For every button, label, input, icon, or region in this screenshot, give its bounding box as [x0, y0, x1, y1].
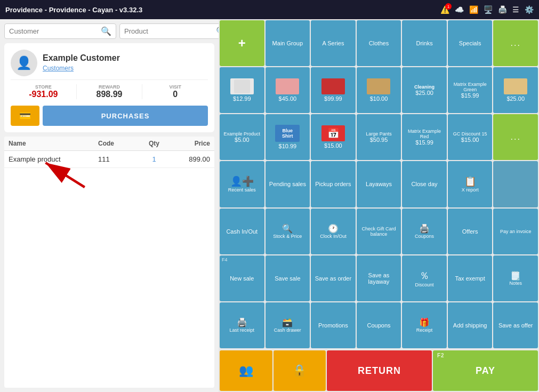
pending-sales-button[interactable]: Pending sales: [266, 161, 310, 207]
customer-search-icon[interactable]: 🔍: [101, 26, 111, 36]
pending-sales-label: Pending sales: [269, 181, 306, 187]
check-gift-card-button[interactable]: Check Gift Card balance: [357, 209, 401, 254]
customers-button[interactable]: 👥: [220, 350, 272, 391]
coupons-button-row5[interactable]: 🖨️ Coupons: [402, 209, 447, 254]
cash-inout-button[interactable]: Cash In/Out: [220, 209, 264, 254]
alert-icon[interactable]: ⚠️ 1: [440, 5, 449, 14]
signal-icon: 📶: [469, 5, 478, 14]
product-7-button[interactable]: $25.00: [493, 67, 538, 113]
product-red-button[interactable]: 📅 $15.00: [311, 114, 356, 160]
matrix-red-price: $15.99: [415, 139, 433, 146]
add-button[interactable]: +: [220, 20, 264, 66]
more-button-1[interactable]: ...: [493, 20, 538, 66]
coupons-button-row7[interactable]: Coupons: [357, 302, 401, 348]
layaways-button[interactable]: Layaways: [357, 161, 401, 207]
search-row: 🔍 🔍: [4, 23, 214, 39]
save-sale-button[interactable]: Save sale: [266, 255, 310, 301]
printer2-icon: 🖨️: [237, 317, 247, 327]
cleaning-button[interactable]: Cleaning $25.00: [402, 67, 447, 113]
product-1-img: [230, 78, 254, 94]
return-button[interactable]: RETURN: [327, 350, 432, 391]
return-label: RETURN: [358, 365, 401, 377]
f4-label: F4: [222, 257, 228, 262]
pickup-orders-button[interactable]: Pickup orders: [311, 161, 356, 207]
receipt-label: Receipt: [416, 327, 433, 333]
action-buttons: 💳 PURCHASES: [11, 106, 208, 126]
matrix-red-button[interactable]: Matrix Example Red $15.99: [402, 114, 447, 160]
specials-label: Specials: [459, 40, 481, 46]
product-4-button[interactable]: $10.00: [357, 67, 401, 113]
promotions-button[interactable]: Promotions: [311, 302, 356, 348]
blue-shirt-price: $10.99: [279, 143, 297, 149]
add-shipping-button[interactable]: Add shipping: [448, 302, 493, 348]
customer-top: 👤 Example Customer Customers: [11, 50, 208, 76]
cash-drawer-button[interactable]: 🗃️ Cash drawer: [266, 302, 310, 348]
customer-stats: STORE -931.09 REWARD 898.99 VISIT 0: [11, 79, 208, 99]
product-3-button[interactable]: $99.99: [311, 67, 356, 113]
x-report-button[interactable]: 📋 X report: [448, 161, 493, 207]
last-receipt-button[interactable]: 🖨️ Last receipt: [220, 302, 264, 348]
gc-discount-price: $15.00: [461, 137, 479, 143]
drinks-button[interactable]: Drinks: [402, 20, 447, 66]
save-layaway-label: Save as layaway: [359, 272, 399, 285]
large-pants-price: $50.95: [370, 137, 388, 143]
product-1-button[interactable]: $12.99: [220, 67, 264, 113]
customers-link[interactable]: Customers: [43, 65, 74, 72]
save-offer-label: Save as offer: [498, 322, 533, 329]
product-search-box: 🔍: [119, 23, 231, 39]
cloud-icon[interactable]: ☁️: [455, 5, 464, 14]
purchases-button[interactable]: PURCHASES: [43, 106, 208, 126]
row-name: Example product: [9, 155, 98, 163]
specials-button[interactable]: Specials: [448, 20, 493, 66]
last-receipt-label: Last receipt: [230, 327, 255, 333]
close-day-button[interactable]: Close day: [402, 161, 447, 207]
desktop-icon[interactable]: 🖨️: [498, 5, 507, 14]
product-2-button[interactable]: $45.00: [266, 67, 310, 113]
topbar-icons: ⚠️ 1 ☁️ 📶 🖥️ 🖨️ ☰ ⚙️: [440, 5, 534, 14]
new-sale-label: New sale: [230, 275, 254, 282]
menu-icon[interactable]: ☰: [512, 5, 519, 14]
example-product-button[interactable]: Example Product $5.00: [220, 114, 264, 160]
settings-icon[interactable]: ⚙️: [525, 5, 534, 14]
matrix-green-button[interactable]: Matrix Example Green $15.99: [448, 67, 493, 113]
card-button[interactable]: 💳: [11, 106, 39, 126]
offers-button[interactable]: Offers: [448, 209, 493, 254]
clock-inout-button[interactable]: 🕐 Clock In/Out: [311, 209, 356, 254]
main-group-button[interactable]: Main Group: [266, 20, 310, 66]
visit-stat: VISIT 0: [142, 84, 208, 99]
pay-invoice-button[interactable]: Pay an invoice: [493, 209, 538, 254]
screen-icon[interactable]: 🖥️: [484, 5, 493, 14]
avatar: 👤: [11, 50, 37, 76]
clothes-button[interactable]: Clothes: [357, 20, 401, 66]
new-sale-button[interactable]: F4 New sale: [220, 255, 264, 301]
save-offer-button[interactable]: Save as offer: [493, 302, 538, 348]
table-row[interactable]: Example product 111 1 899.00: [4, 151, 214, 168]
large-pants-button[interactable]: Large Pants $50.95: [357, 114, 401, 160]
recent-sales-button[interactable]: 👤➕ Recent sales: [220, 161, 264, 207]
pay-invoice-label: Pay an invoice: [500, 229, 532, 234]
topbar: Providence - Providence - Cayan - v3.32.…: [0, 0, 539, 19]
customer-name: Example Customer: [43, 53, 120, 63]
app-title: Providence - Providence - Cayan - v3.32.…: [5, 6, 142, 14]
product-7-img: [504, 78, 527, 94]
blue-shirt-button[interactable]: Blue Shirt $10.99: [266, 114, 310, 160]
lock-button[interactable]: 🔒: [273, 350, 326, 391]
tax-exempt-button[interactable]: Tax exempt: [448, 255, 493, 301]
a-series-button[interactable]: A Series: [311, 20, 356, 66]
customer-info: 👤 Example Customer Customers STORE -931.…: [4, 43, 214, 132]
close-day-label: Close day: [412, 181, 438, 187]
receipt-button[interactable]: 🎁 Receipt: [402, 302, 447, 348]
product-search-input[interactable]: [124, 27, 214, 35]
col-header-qty: Qty: [143, 140, 165, 147]
gc-discount-button[interactable]: GC Discount 15 $15.00: [448, 114, 493, 160]
save-layaway-button[interactable]: Save as layaway: [357, 255, 401, 301]
more-button-2[interactable]: ...: [493, 114, 538, 160]
stock-price-button[interactable]: 🔍 Stock & Price: [266, 209, 310, 254]
main-group-label: Main Group: [272, 40, 303, 46]
notes-button[interactable]: 🗒️ Notes: [493, 255, 538, 301]
discount-button[interactable]: ％ Discount: [402, 255, 447, 301]
customer-search-input[interactable]: [9, 27, 99, 35]
save-order-button[interactable]: Save as order: [311, 255, 356, 301]
product-grid: + Main Group A Series Clothes Drinks Spe…: [219, 19, 539, 349]
pay-button[interactable]: F2 PAY: [433, 350, 538, 391]
